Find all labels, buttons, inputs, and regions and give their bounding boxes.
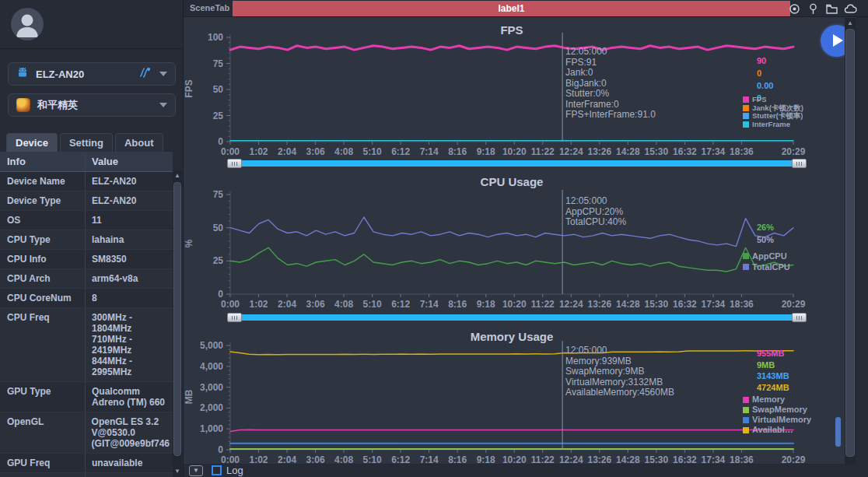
table-cell-value: 2376x1104 [86, 473, 173, 477]
svg-text:13:26: 13:26 [587, 299, 611, 310]
sidebar: ELZ-AN20 和平精英 DeviceSettingAbout Info Va… [0, 0, 184, 477]
charts-scrollbar[interactable]: ▲ ▼ [845, 18, 856, 477]
svg-text:15:30: 15:30 [645, 146, 669, 157]
table-cell-value: arm64-v8a [86, 269, 173, 288]
svg-text:17:34: 17:34 [702, 454, 726, 464]
slider-track[interactable] [233, 160, 800, 167]
legend-item: Jank(卡顿次数) [743, 104, 803, 113]
time-range-slider[interactable] [227, 313, 807, 322]
svg-text:20:29: 20:29 [782, 146, 806, 157]
svg-text:15:30: 15:30 [645, 299, 669, 310]
slider-handle-left[interactable] [227, 313, 242, 322]
table-cell-info: CPU Type [0, 230, 86, 249]
svg-text:3,000: 3,000 [200, 382, 223, 393]
device-table-body: Device NameELZ-AN20Device TypeELZ-AN20OS… [0, 172, 173, 477]
svg-text:10:20: 10:20 [502, 454, 527, 464]
device-selector[interactable]: ELZ-AN20 [8, 62, 176, 86]
legend-label: TotalCPU [752, 261, 790, 272]
scroll-up-arrow[interactable]: ▲ [845, 19, 856, 28]
table-scrollbar-thumb[interactable] [173, 182, 181, 456]
table-row: Device TypeELZ-AN20 [0, 191, 173, 211]
svg-text:1:02: 1:02 [250, 146, 268, 157]
scene-label-bar[interactable]: label1 [233, 1, 790, 16]
legend-label: VirtualMemory [752, 415, 811, 425]
svg-text:6:12: 6:12 [391, 146, 410, 157]
table-cell-info: OS [0, 211, 86, 230]
app-selector[interactable]: 和平精英 [8, 93, 176, 117]
charts-scrollbar-thumb[interactable] [845, 29, 855, 457]
slider-track[interactable] [233, 314, 800, 321]
svg-text:16:32: 16:32 [673, 299, 697, 310]
legend-swatch [743, 427, 749, 433]
svg-text:6:12: 6:12 [391, 454, 410, 464]
chart-legend: FPSJank(卡顿次数)Stutter(卡顿率)InterFrame [743, 96, 803, 128]
slider-handle-right[interactable] [792, 313, 807, 322]
charts-panel: FPSFPS02550751000:001:022:043:064:085:10… [184, 17, 856, 464]
legend-label: Stutter(卡顿率) [752, 112, 803, 121]
svg-text:18:36: 18:36 [730, 299, 754, 310]
svg-text:9:18: 9:18 [477, 454, 495, 464]
table-scrollbar[interactable]: ▲ ▼ [173, 170, 182, 477]
log-checkbox[interactable] [212, 465, 222, 475]
user-avatar[interactable] [11, 8, 44, 40]
table-cell-value: 11 [86, 211, 173, 230]
legend-swatch [743, 397, 749, 403]
cloud-icon[interactable] [844, 2, 857, 16]
svg-text:8:16: 8:16 [448, 146, 467, 157]
current-values: 955MB9MB3143MB4724MB [757, 348, 789, 393]
svg-text:2:04: 2:04 [278, 146, 296, 157]
location-circle-icon[interactable] [788, 2, 801, 16]
table-row: Device NameELZ-AN20 [0, 172, 173, 191]
svg-text:0: 0 [218, 136, 223, 147]
table-cell-info: CPU Arch [0, 269, 86, 288]
fps-chart: FPSFPS02550751000:001:022:043:064:085:10… [184, 17, 856, 171]
table-row: GPU TypeQualcomm Adreno (TM) 660 [0, 382, 173, 412]
table-row: GPU Frequnavailable [0, 454, 173, 473]
series-FPS [230, 46, 793, 50]
main-panel: SceneTab label1 [184, 0, 868, 477]
topbar-icons [788, 2, 857, 16]
android-icon [16, 66, 29, 82]
table-cell-value: ELZ-AN20 [86, 191, 173, 210]
time-range-slider[interactable] [227, 159, 807, 168]
svg-text:10:20: 10:20 [502, 299, 527, 310]
svg-text:7:14: 7:14 [420, 454, 439, 464]
svg-text:18:36: 18:36 [730, 454, 754, 464]
cpu-usage-chart: CPU Usage%02550750:001:022:043:064:085:1… [184, 171, 856, 325]
slider-handle-left[interactable] [227, 159, 242, 168]
table-cell-info: CPU Info [0, 250, 86, 268]
tab-setting[interactable]: Setting [60, 133, 113, 152]
expand-dropdown-button[interactable]: ▼ [189, 465, 203, 476]
chevron-down-icon [159, 103, 167, 107]
legend-label: FPS [752, 96, 766, 104]
chart-canvas: 02550750:001:022:043:064:085:106:127:148… [184, 171, 814, 325]
legend-label: Jank(卡顿次数) [752, 104, 803, 113]
legend-item: InterFrame [743, 121, 803, 129]
tab-about[interactable]: About [115, 133, 163, 152]
legend-swatch [743, 96, 749, 103]
folder-icon[interactable] [825, 2, 838, 16]
chevron-down-icon [159, 72, 167, 76]
pin-icon[interactable] [807, 2, 820, 16]
svg-text:16:32: 16:32 [673, 454, 697, 464]
svg-text:25: 25 [213, 110, 224, 121]
svg-text:5:10: 5:10 [363, 299, 382, 310]
app-selector-label: 和平精英 [37, 98, 159, 112]
usb-connection-icon [138, 66, 152, 82]
slider-handle-right[interactable] [792, 159, 807, 168]
table-cell-info: CPU Freq [0, 308, 86, 381]
tab-device[interactable]: Device [6, 133, 58, 152]
svg-text:1:02: 1:02 [250, 454, 268, 464]
legend-scrollbar-thumb[interactable] [835, 417, 841, 447]
svg-text:14:28: 14:28 [616, 454, 640, 464]
chart-canvas: 01,0002,0003,0004,0005,0000:001:022:043:… [184, 325, 814, 464]
svg-text:0:00: 0:00 [221, 299, 240, 310]
scroll-up-arrow[interactable]: ▲ [173, 171, 182, 181]
scroll-down-arrow[interactable]: ▼ [173, 467, 182, 476]
svg-text:7:14: 7:14 [420, 146, 439, 157]
chart-legend: AppCPUTotalCPU [743, 251, 790, 272]
scene-topbar: SceneTab label1 [184, 0, 868, 17]
series-Memory [230, 430, 793, 432]
table-row: OS11 [0, 211, 173, 230]
svg-text:13:26: 13:26 [587, 454, 611, 464]
